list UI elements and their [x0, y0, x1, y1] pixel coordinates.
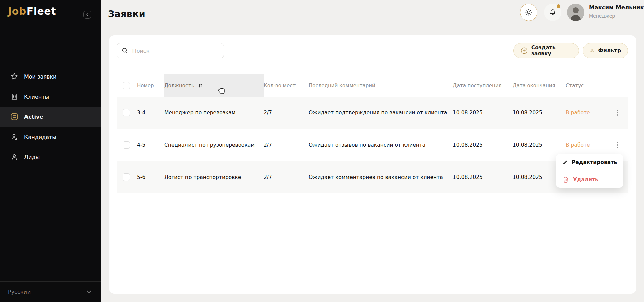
sidebar-item-active[interactable]: Active [0, 107, 101, 127]
sidebar-item-label: Мои заявки [24, 73, 57, 80]
row-context-menu: Редактировать Удалить [556, 154, 623, 188]
cell-number: 3-4 [137, 110, 164, 116]
cell-date-received: 10.08.2025 [453, 142, 513, 148]
context-menu-delete[interactable]: Удалить [556, 171, 623, 188]
search-box [117, 43, 224, 58]
user-role: Менеджер [589, 13, 615, 19]
trash-icon [562, 176, 569, 183]
sort-icon [198, 83, 203, 88]
table-row[interactable]: 5-6 Логист по транспортировке 2/7 Ожидае… [117, 161, 628, 193]
sidebar-nav: Мои заявки Клиенты Active [0, 66, 101, 167]
row-checkbox[interactable] [123, 141, 130, 149]
search-icon [122, 47, 128, 54]
avatar-image [567, 4, 584, 21]
cell-position: Специалист по грузоперевозкам [164, 142, 264, 148]
chevron-down-icon [87, 290, 91, 293]
notifications-button[interactable] [544, 4, 561, 21]
column-header-comment: Последний комментарий [309, 83, 453, 89]
sidebar-item-candidates[interactable]: Кандидаты [0, 127, 101, 147]
chevron-left-icon [86, 13, 89, 16]
person-icon [10, 153, 19, 161]
sidebar-item-label: Лиды [24, 154, 40, 160]
person-search-icon [10, 133, 19, 141]
sidebar-item-label: Кандидаты [24, 134, 56, 140]
sidebar-collapse-button[interactable] [83, 11, 91, 19]
language-selector[interactable]: Русский [0, 281, 101, 302]
pencil-icon [562, 159, 568, 166]
row-actions-button[interactable] [612, 108, 623, 118]
cell-number: 5-6 [137, 174, 164, 180]
search-input[interactable] [132, 48, 219, 54]
cell-position: Менеджер по перевозкам [164, 110, 264, 116]
cell-date-received: 10.08.2025 [453, 110, 513, 116]
column-header-date-received: Дата поступления [453, 83, 513, 89]
context-menu-edit[interactable]: Редактировать [556, 154, 623, 171]
table-header-row: Номер Должность Кол-во мест Последний ко… [117, 74, 628, 97]
context-menu-delete-label: Удалить [573, 177, 598, 183]
logo-part-fleet: Fleet [26, 5, 56, 17]
requests-table: Номер Должность Кол-во мест Последний ко… [117, 74, 628, 193]
list-icon [10, 112, 19, 121]
column-header-date-end: Дата окончания [513, 83, 566, 89]
theme-toggle-button[interactable] [520, 4, 537, 21]
cell-seats: 2/7 [264, 174, 309, 180]
page-title: Заявки [108, 9, 145, 19]
status-badge: В работе [566, 110, 612, 116]
logo-part-job: Job [8, 5, 26, 17]
sidebar: JobFleet Мои заявки Клиенты [0, 0, 101, 302]
sidebar-item-label: Active [24, 114, 43, 120]
context-menu-edit-label: Редактировать [572, 159, 617, 165]
star-icon [10, 72, 19, 81]
column-header-number: Номер [137, 83, 164, 89]
cell-seats: 2/7 [264, 110, 309, 116]
filter-label: Фильтр [598, 48, 621, 54]
cell-comment: Ожидает комментариев по вакансии от клие… [309, 174, 453, 180]
select-all-checkbox[interactable] [123, 82, 130, 89]
column-header-seats: Кол-во мест [264, 83, 309, 89]
cell-position: Логист по транспортировке [164, 174, 264, 180]
row-actions-button[interactable] [612, 140, 623, 150]
language-label: Русский [8, 289, 31, 295]
sidebar-item-label: Клиенты [24, 94, 49, 100]
sidebar-item-my-requests[interactable]: Мои заявки [0, 66, 101, 87]
bell-icon [549, 8, 557, 16]
table-row[interactable]: 4-5 Специалист по грузоперевозкам 2/7 Ож… [117, 129, 628, 161]
cell-seats: 2/7 [264, 142, 309, 148]
cell-date-end: 10.08.2025 [513, 110, 566, 116]
table-row[interactable]: 3-4 Менеджер по перевозкам 2/7 Ожидает п… [117, 97, 628, 129]
cell-date-end: 10.08.2025 [513, 142, 566, 148]
column-header-position[interactable]: Должность [164, 74, 264, 97]
sidebar-item-leads[interactable]: Лиды [0, 147, 101, 167]
plus-circle-icon [520, 46, 528, 55]
avatar[interactable] [567, 4, 584, 21]
sun-icon [525, 8, 533, 16]
notification-badge [557, 4, 560, 8]
status-badge: В работе [566, 142, 612, 148]
cell-number: 4-5 [137, 142, 164, 148]
cell-comment: Ожидает отзывов по вакансии от клиента [309, 142, 453, 148]
cell-comment: Ожидает подтверждения по вакансии от кли… [309, 110, 453, 116]
create-request-button[interactable]: Создать заявку [513, 43, 579, 58]
app-logo: JobFleet [8, 5, 56, 17]
filter-button[interactable]: Фильтр [583, 43, 628, 58]
cell-date-received: 10.08.2025 [453, 174, 513, 180]
filter-sliders-icon [590, 46, 595, 55]
create-request-label: Создать заявку [531, 45, 572, 57]
row-checkbox[interactable] [123, 109, 130, 116]
building-icon [10, 92, 19, 101]
sidebar-item-clients[interactable]: Клиенты [0, 87, 101, 107]
row-checkbox[interactable] [123, 173, 130, 181]
user-name: Максим Мельник [589, 4, 644, 11]
column-header-status: Статус [566, 83, 612, 89]
